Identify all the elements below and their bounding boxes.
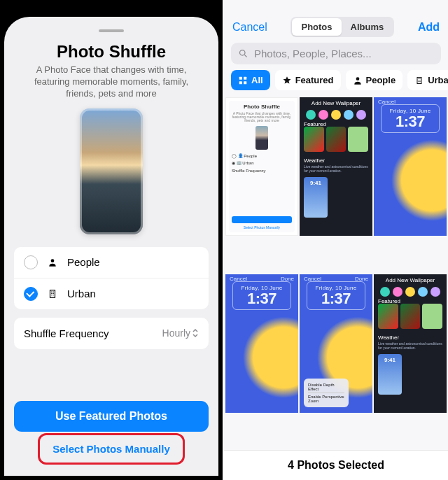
thumbnail-content: Photo Shuffle A Photo Face that changes … (229, 101, 295, 232)
app-two-pane: Photo Shuffle A Photo Face that changes … (0, 0, 448, 480)
photo-thumbnail[interactable]: Add New Wallpaper Featured Weather Live … (300, 97, 372, 236)
chip-featured[interactable]: Featured (275, 70, 341, 90)
add-button[interactable]: Add (418, 21, 440, 34)
photo-thumbnail[interactable]: Photo Shuffle A Photo Face that changes … (225, 97, 298, 236)
clock-widget: Friday, 10 June 1:37 (307, 281, 365, 310)
search-placeholder: Photos, People, Places... (254, 48, 372, 59)
svg-rect-6 (244, 81, 246, 84)
person-icon (353, 76, 363, 85)
photo-thumbnail[interactable]: Add New Wallpaper Featured Weather Live … (374, 274, 447, 413)
option-label: Urban (67, 288, 199, 299)
page-subtitle: A Photo Face that changes with time, fea… (14, 64, 209, 100)
radio-people[interactable] (24, 255, 38, 269)
chip-all[interactable]: All (231, 70, 270, 90)
page-title: Photo Shuffle (14, 42, 209, 62)
pane-photo-picker: Cancel Photos Albums Add Photos, People,… (224, 0, 448, 480)
shuffle-frequency-value: Hourly (162, 327, 190, 339)
photo-thumbnail[interactable]: Cancel Done Friday, 10 June 1:37 Disable… (300, 274, 372, 413)
photo-thumbnail[interactable]: Cancel Done Friday, 10 June 1:37 (225, 274, 298, 413)
photo-grid: Photo Shuffle A Photo Face that changes … (224, 97, 448, 450)
svg-rect-3 (239, 76, 242, 79)
option-urban[interactable]: Urban (14, 278, 209, 309)
cancel-button[interactable]: Cancel (232, 21, 267, 34)
select-photos-manually-button[interactable]: Select Photos Manually (40, 435, 183, 463)
chip-label: People (366, 75, 396, 85)
svg-point-0 (51, 259, 55, 262)
search-input[interactable]: Photos, People, Places... (231, 43, 441, 64)
search-icon (238, 48, 248, 59)
status-bar (224, 0, 448, 13)
svg-point-7 (356, 77, 359, 80)
option-label: People (67, 256, 199, 268)
annotation-highlight: Select Photos Manually (38, 433, 185, 465)
grid-icon (238, 76, 248, 85)
chip-label: Featured (295, 75, 334, 85)
chip-label: All (251, 75, 263, 85)
grabber (99, 29, 124, 32)
updown-icon (192, 328, 199, 338)
clock-widget: Friday, 10 June 1:37 (381, 104, 440, 133)
svg-rect-8 (417, 77, 421, 83)
filter-chip-row: All Featured People Urban (224, 70, 448, 97)
navbar: Cancel Photos Albums Add (224, 13, 448, 43)
shuffle-frequency-label: Shuffle Frequency (24, 327, 108, 339)
clock-widget: Friday, 10 June 1:37 (232, 281, 291, 310)
phone-frame: Photo Shuffle A Photo Face that changes … (4, 17, 218, 476)
photo-thumbnail[interactable]: Cancel Friday, 10 June 1:37 (374, 97, 447, 236)
star-icon (282, 76, 292, 85)
chip-people[interactable]: People (346, 70, 403, 90)
shuffle-frequency-card[interactable]: Shuffle Frequency Hourly (14, 318, 209, 349)
svg-rect-5 (239, 81, 242, 84)
tab-photos[interactable]: Photos (292, 18, 341, 36)
radio-urban-checked[interactable] (24, 287, 38, 301)
context-menu: Disable Depth Effect Enable Perspective … (304, 379, 349, 407)
use-featured-photos-button[interactable]: Use Featured Photos (14, 401, 209, 432)
chip-urban[interactable]: Urban (407, 70, 448, 90)
svg-rect-1 (50, 290, 55, 297)
pane-photo-shuffle-config: Photo Shuffle A Photo Face that changes … (0, 0, 224, 480)
tab-albums[interactable]: Albums (342, 18, 393, 36)
building-icon (46, 289, 59, 299)
segment-photos-albums: Photos Albums (290, 17, 394, 37)
person-icon (46, 257, 59, 267)
category-card: People Urban (14, 247, 209, 309)
svg-rect-4 (244, 76, 246, 79)
building-icon (414, 76, 424, 85)
option-people[interactable]: People (14, 247, 209, 278)
svg-point-2 (240, 50, 246, 56)
preview-image (80, 108, 143, 234)
chip-label: Urban (428, 75, 448, 85)
selection-count: 4 Photos Selected (224, 450, 448, 480)
